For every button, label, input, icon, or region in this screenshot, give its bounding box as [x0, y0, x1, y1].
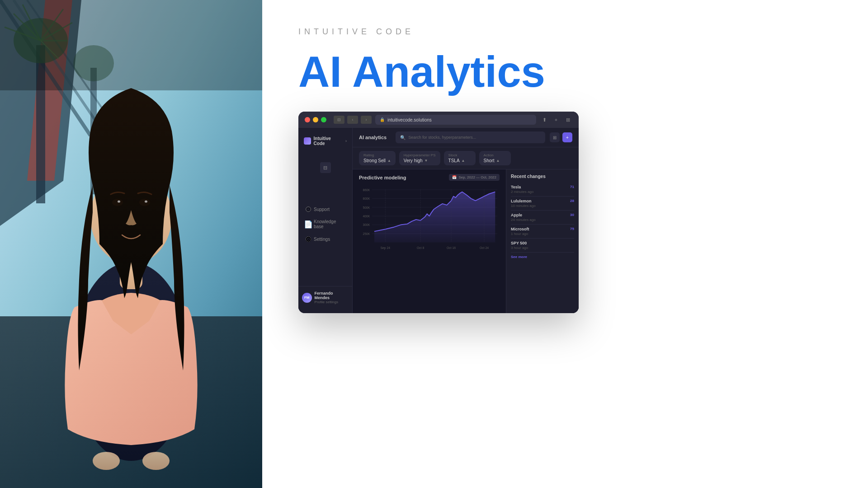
sidebar-item-settings[interactable]: ⚙ Settings	[302, 234, 349, 244]
minimize-button[interactable]	[313, 117, 318, 122]
lock-icon: 🔒	[380, 117, 385, 122]
sidebar-item-knowledge[interactable]: 📄 Knowledge base	[302, 216, 349, 232]
change-name-lululemon: Lululemon 28	[511, 199, 574, 203]
settings-button[interactable]: ⊞	[550, 132, 560, 142]
filter-hyper-label: Hyperparameter PS	[404, 153, 436, 157]
change-item-apple: Apple 30 24 minutes ago	[511, 211, 574, 225]
change-name-apple: Apple 30	[511, 213, 574, 217]
search-placeholder: Search for stocks, hyperparameters...	[408, 135, 476, 140]
spy500-time: 3 hour ago	[511, 246, 574, 250]
brand-name: INTUITIVE CODE	[298, 27, 414, 37]
user-sub: Profile settings	[315, 300, 349, 304]
change-item-tesla: Tesla 71 2 minutes ago	[511, 183, 574, 197]
maximize-button[interactable]	[321, 117, 326, 122]
chart-svg: 860K 600K 500K 400K 300K 250K	[359, 184, 500, 252]
filter-rating-value: Strong Sell ▲	[363, 158, 391, 163]
user-name: Fernando Mendes	[315, 291, 349, 300]
back-button[interactable]: ‹	[347, 116, 358, 124]
chart-title: Predictive modeling	[359, 175, 406, 180]
browser-mockup: ⊟ ‹ › 🔒 intuitivecode.solutions ⬆ + ⊞ In…	[298, 112, 579, 313]
new-tab-button[interactable]: +	[552, 116, 561, 124]
filter-hyper-arrow: ▼	[425, 159, 428, 163]
svg-text:Oct 8: Oct 8	[417, 246, 424, 249]
see-more-link[interactable]: See more	[511, 255, 574, 259]
sidebar-item-support[interactable]: ○ Support	[302, 204, 349, 215]
main-title: AI Analytics	[298, 50, 545, 94]
user-info: Fernando Mendes Profile settings	[315, 291, 349, 304]
change-item-microsoft: Microsoft 75 1 hour ago	[511, 225, 574, 239]
address-text: intuitivecode.solutions	[387, 117, 432, 122]
change-name-microsoft: Microsoft 75	[511, 227, 574, 231]
add-button[interactable]: +	[562, 132, 572, 142]
svg-point-23	[139, 199, 150, 206]
knowledge-icon: 📄	[306, 221, 311, 227]
microsoft-label: Microsoft	[511, 227, 529, 231]
spy500-label: SPY 500	[511, 241, 527, 245]
lululemon-time: 10 minutes ago	[511, 204, 574, 208]
tesla-time: 2 minutes ago	[511, 190, 574, 194]
user-avatar: FM	[302, 293, 312, 303]
chart-header: Predictive modeling 📅 Sep, 2022 — Oct, 2…	[359, 174, 500, 181]
right-panel: INTUITIVE CODE AI Analytics ⊟ ‹ › 🔒 in	[262, 0, 868, 488]
sidebar-icon-area: ⊟	[298, 159, 352, 177]
svg-text:500K: 500K	[363, 206, 370, 209]
microsoft-badge: 75	[570, 227, 574, 231]
sidebar-label-settings: Settings	[314, 237, 330, 242]
chart-canvas: 860K 600K 500K 400K 300K 250K	[359, 184, 500, 257]
brand-icon	[304, 137, 311, 145]
grid-button[interactable]: ⊞	[563, 116, 572, 124]
svg-text:250K: 250K	[363, 232, 370, 235]
topbar-actions: ⊞ +	[550, 132, 572, 142]
close-button[interactable]	[305, 117, 310, 122]
filter-hyperparameter[interactable]: Hyperparameter PS Very high ▼	[399, 151, 440, 165]
search-bar[interactable]: 🔍 Search for stocks, hyperparameters...	[396, 131, 545, 143]
browser-chrome: ⊟ ‹ › 🔒 intuitivecode.solutions ⬆ + ⊞	[298, 112, 579, 128]
apple-badge: 30	[570, 213, 574, 217]
traffic-lights	[305, 117, 326, 122]
svg-text:600K: 600K	[363, 197, 370, 200]
share-button[interactable]: ⬆	[540, 116, 549, 124]
recent-changes-panel: Recent changes Tesla 71 2 minutes ago Lu…	[506, 169, 579, 313]
filter-stock-arrow: ▲	[462, 159, 465, 163]
sidebar-brand: Intuitive Code ›	[298, 132, 352, 150]
filter-hyper-value: Very high ▼	[404, 158, 436, 163]
ai-analytics-tab[interactable]: AI analytics	[359, 135, 387, 140]
search-icon: 🔍	[400, 135, 406, 140]
change-item-seemore[interactable]: See more	[511, 253, 574, 261]
svg-point-25	[145, 201, 147, 203]
change-item-spy500: SPY 500 3 hour ago	[511, 239, 574, 253]
app-topbar: AI analytics 🔍 Search for stocks, hyperp…	[353, 128, 579, 147]
filter-action[interactable]: Action Short ▲	[479, 151, 511, 165]
tesla-label: Tesla	[511, 185, 521, 189]
filter-rating-arrow: ▲	[387, 159, 391, 163]
filter-stock[interactable]: Stock TSLA ▲	[444, 151, 476, 165]
chart-date-range[interactable]: 📅 Sep, 2022 — Oct, 2022	[449, 174, 500, 181]
charts-section: Predictive modeling 📅 Sep, 2022 — Oct, 2…	[353, 169, 579, 313]
change-name-tesla: Tesla 71	[511, 185, 574, 189]
filter-rating[interactable]: Rating Strong Sell ▲	[359, 151, 396, 165]
filter-stock-label: Stock	[448, 153, 471, 157]
app-content: Intuitive Code › ⊟ ○ Support 📄 Knowledge…	[298, 128, 579, 313]
recent-changes-title: Recent changes	[511, 174, 574, 179]
support-icon: ○	[306, 206, 311, 212]
filter-stock-value: TSLA ▲	[448, 158, 471, 163]
sidebar-brand-text: Intuitive Code	[314, 136, 343, 146]
apple-time: 24 minutes ago	[511, 218, 574, 222]
svg-text:Oct 24: Oct 24	[480, 246, 489, 249]
app-main: AI analytics 🔍 Search for stocks, hyperp…	[353, 128, 579, 313]
sidebar-label-support: Support	[314, 207, 330, 212]
svg-text:300K: 300K	[363, 223, 370, 226]
forward-button[interactable]: ›	[361, 116, 372, 124]
filter-action-arrow: ▲	[496, 159, 500, 163]
svg-text:400K: 400K	[363, 215, 370, 218]
sidebar-user: FM Fernando Mendes Profile settings	[298, 286, 352, 309]
sidebar-toggle[interactable]: ⊟	[334, 116, 344, 124]
svg-text:Sep 24: Sep 24	[381, 246, 391, 250]
browser-actions: ⬆ + ⊞	[540, 116, 572, 124]
microsoft-time: 1 hour ago	[511, 232, 574, 236]
lululemon-badge: 28	[570, 199, 574, 203]
address-bar[interactable]: 🔒 intuitivecode.solutions	[375, 115, 536, 125]
sidebar-toggle-icon[interactable]: ⊟	[320, 162, 331, 173]
svg-text:Oct 16: Oct 16	[447, 246, 456, 249]
app-sidebar: Intuitive Code › ⊟ ○ Support 📄 Knowledge…	[298, 128, 353, 313]
